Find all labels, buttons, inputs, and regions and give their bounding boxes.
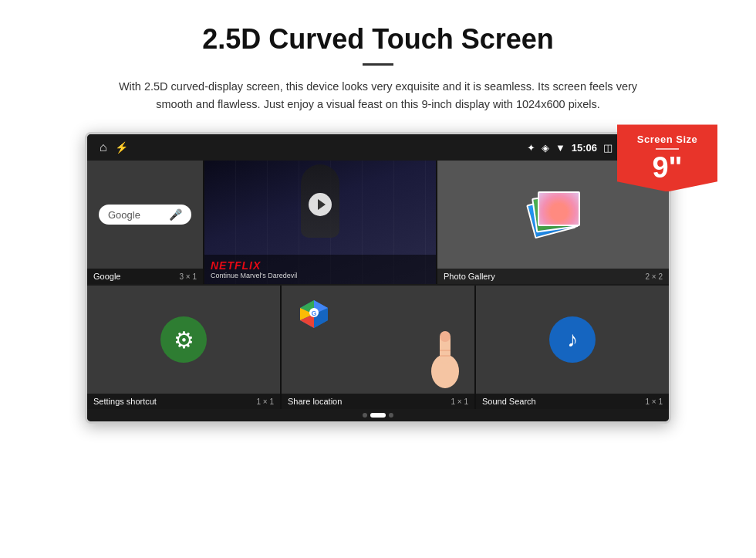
- netflix-tile[interactable]: NETFLIX Continue Marvel's Daredevil Netf…: [204, 161, 436, 284]
- netflix-tile-inner: [204, 161, 436, 269]
- photo-tile-size: 2 × 2: [645, 272, 663, 281]
- screen-wrapper: Screen Size 9" ⌂ ⚡ ✦ ◈ ▼ 15:06 ◫ ◁ ⊠ ▭: [85, 132, 671, 424]
- settings-tile-size: 1 × 1: [256, 397, 274, 406]
- scroll-dot-3: [389, 413, 393, 418]
- sound-tile-size: 1 × 1: [645, 397, 663, 406]
- finger-hand-icon: [424, 321, 467, 391]
- scroll-indicator: [87, 409, 669, 421]
- scroll-dot-1: [363, 413, 367, 418]
- settings-tile-inner: ⚙: [87, 286, 280, 394]
- google-tile-size: 3 × 1: [179, 272, 197, 281]
- bluetooth-icon: ✦: [527, 142, 535, 154]
- svg-text:G: G: [311, 309, 316, 317]
- photo-stack: [522, 184, 584, 245]
- status-bar: ⌂ ⚡ ✦ ◈ ▼ 15:06 ◫ ◁ ⊠ ▭: [87, 134, 669, 161]
- maps-icon: G: [297, 297, 331, 331]
- photo-label-row: Photo Gallery 2 × 2: [437, 269, 669, 284]
- share-label-row: Share location 1 × 1: [282, 394, 474, 409]
- camera-icon: ◫: [603, 142, 613, 154]
- sound-tile-inner: ♪: [476, 286, 669, 394]
- share-location-tile[interactable]: G: [282, 286, 474, 409]
- netflix-overlay: NETFLIX Continue Marvel's Daredevil: [204, 255, 436, 284]
- screen-size-badge: Screen Size 9": [617, 124, 717, 191]
- photo-card-3: [538, 191, 580, 226]
- scroll-dot-active: [370, 413, 386, 418]
- gear-icon: ⚙: [174, 326, 194, 353]
- share-tile-size: 1 × 1: [451, 397, 468, 406]
- netflix-logo: NETFLIX: [211, 259, 430, 272]
- google-mic-icon[interactable]: 🎤: [169, 208, 182, 221]
- status-time: 15:06: [572, 142, 597, 154]
- google-label-row: Google 3 × 1: [87, 269, 203, 284]
- sound-search-tile[interactable]: ♪ Sound Search 1 × 1: [476, 286, 669, 409]
- bottom-row: ⚙ Settings shortcut 1 × 1: [87, 286, 669, 409]
- google-tile-inner: Google 🎤: [87, 161, 203, 269]
- google-search-bar[interactable]: Google 🎤: [99, 205, 191, 225]
- svg-point-10: [440, 331, 451, 342]
- settings-tile[interactable]: ⚙ Settings shortcut 1 × 1: [87, 286, 280, 409]
- share-tile-inner: G: [282, 286, 474, 394]
- photo-tile-name: Photo Gallery: [444, 272, 495, 281]
- google-logo-text: Google: [108, 209, 140, 221]
- flower-image: [539, 193, 579, 225]
- sound-circle: ♪: [549, 316, 596, 363]
- settings-tile-name: Settings shortcut: [93, 397, 157, 406]
- top-row: Google 🎤 Google 3 × 1: [87, 161, 669, 284]
- wifi-icon: ▼: [555, 142, 565, 154]
- music-note-icon: ♪: [567, 327, 578, 352]
- google-tile-name: Google: [93, 272, 120, 281]
- share-tile-name: Share location: [288, 397, 342, 406]
- location-icon: ◈: [542, 142, 549, 154]
- netflix-continue-text: Continue Marvel's Daredevil: [211, 272, 430, 279]
- status-left: ⌂ ⚡: [100, 140, 128, 154]
- play-button[interactable]: [309, 193, 332, 216]
- badge-size: 9": [629, 153, 705, 182]
- settings-label-row: Settings shortcut 1 × 1: [87, 394, 280, 409]
- gear-icon-circle: ⚙: [160, 316, 207, 363]
- description: With 2.5D curved-display screen, this de…: [100, 78, 656, 113]
- home-icon[interactable]: ⌂: [100, 140, 107, 154]
- play-triangle: [318, 199, 326, 210]
- title-divider: [363, 63, 393, 66]
- usb-icon: ⚡: [115, 141, 128, 154]
- device-frame: ⌂ ⚡ ✦ ◈ ▼ 15:06 ◫ ◁ ⊠ ▭ Google �: [85, 132, 671, 424]
- page-title: 2.5D Curved Touch Screen: [202, 23, 553, 56]
- google-tile[interactable]: Google 🎤 Google 3 × 1: [87, 161, 203, 284]
- badge-label: Screen Size: [629, 134, 705, 145]
- sound-label-row: Sound Search 1 × 1: [476, 394, 669, 409]
- badge-divider: [656, 148, 679, 150]
- sound-tile-name: Sound Search: [482, 397, 536, 406]
